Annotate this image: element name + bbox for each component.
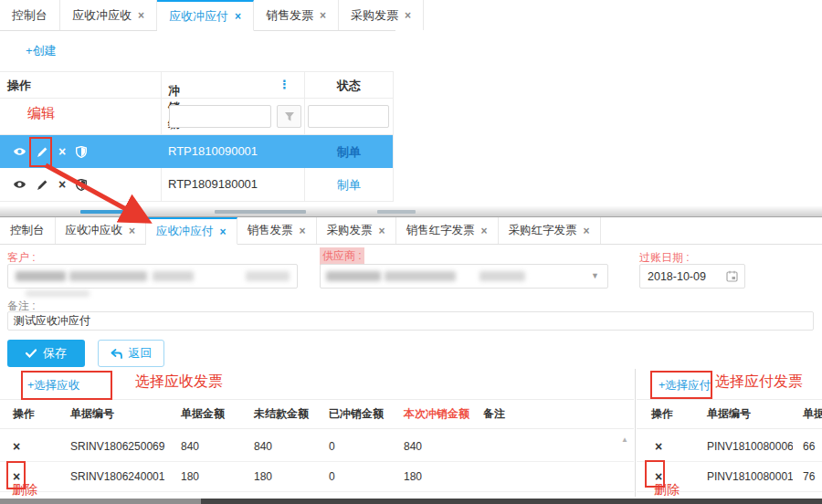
table-row-selected[interactable]: × RTP1810090001 制单 xyxy=(0,135,393,168)
scrollbar-thumb[interactable] xyxy=(201,499,822,504)
tab-sales-invoice[interactable]: 销售发票× xyxy=(237,217,317,244)
plus-icon: + xyxy=(26,44,33,58)
table-row[interactable]: × RTP1809180001 制单 xyxy=(0,168,393,202)
status-badge: 制单 xyxy=(304,144,394,161)
delete-row-icon[interactable]: × xyxy=(0,440,60,453)
annotation-box-select-payable xyxy=(650,371,712,399)
col-current-writeoff: 本次冲销金额 xyxy=(394,406,473,422)
receivable-table-header: 操作 单据编号 单据金额 未结款金额 已冲销金额 本次冲销金额 备注 xyxy=(0,399,634,429)
bottom-tab-bar: 控制台 应收冲应收× 应收冲应付× 销售发票× 采购发票× 销售红字发票× 采购… xyxy=(0,217,822,245)
amount: 76 xyxy=(793,470,822,483)
tab-console[interactable]: 控制台 xyxy=(0,0,60,30)
scroll-up-icon[interactable]: ▲ xyxy=(621,436,628,444)
close-icon[interactable]: × xyxy=(300,226,306,236)
posting-date-input[interactable]: 2018-10-09 xyxy=(639,264,745,289)
annotation-select-receivable: 选择应收发票 xyxy=(135,373,223,392)
tab-ar-vs-ap[interactable]: 应收冲应付× xyxy=(146,217,237,245)
tab-sales-red-invoice[interactable]: 销售红字发票× xyxy=(396,217,499,244)
col-action: 操作 xyxy=(637,406,697,422)
col-amount: 单据金额 xyxy=(171,406,244,422)
payable-table-header: 操作 单据编号 单据金额 xyxy=(637,399,822,429)
amount: 840 xyxy=(171,440,244,453)
col-doc-no: 单据编号 xyxy=(697,406,793,422)
tab-purchase-red-invoice[interactable]: 采购红字发票× xyxy=(499,217,601,244)
sort-caret-icon: ▼ xyxy=(168,83,175,91)
calendar-icon[interactable] xyxy=(726,270,738,282)
back-button[interactable]: 返回 xyxy=(98,340,164,367)
check-icon xyxy=(26,349,37,358)
edit-icon[interactable] xyxy=(37,179,48,191)
col-status: 状态 xyxy=(304,78,394,94)
annotation-box-edit-icon xyxy=(29,137,52,167)
doc-no: SRINV1806240001 xyxy=(60,470,171,483)
close-icon[interactable]: × xyxy=(235,11,241,22)
tab-ar-vs-ar[interactable]: 应收冲应收× xyxy=(60,0,157,30)
strip-segment xyxy=(80,210,137,214)
top-tab-bar: 控制台 应收冲应收× 应收冲应付× 销售发票× 采购发票× xyxy=(0,0,395,31)
col-remark: 备注 xyxy=(473,406,633,422)
redacted-text xyxy=(16,271,66,281)
tab-ar-vs-ar[interactable]: 应收冲应收× xyxy=(56,217,147,244)
docno-filter-input[interactable] xyxy=(169,105,271,128)
cancel-icon[interactable]: × xyxy=(58,145,66,158)
tab-purchase-invoice[interactable]: 采购发票× xyxy=(317,217,396,244)
close-icon[interactable]: × xyxy=(405,10,411,21)
remark-input[interactable]: 测试应收冲应付 xyxy=(7,311,814,331)
close-icon[interactable]: × xyxy=(129,226,135,236)
chevron-down-icon[interactable]: ▼ xyxy=(591,271,599,280)
table-row: × SRINV1806250069 840 840 0 840 xyxy=(0,432,634,462)
annotation-edit-label: 编辑 xyxy=(27,105,55,122)
amount: 66 xyxy=(793,440,822,453)
close-icon[interactable]: × xyxy=(379,226,385,236)
redacted-text xyxy=(69,271,147,281)
close-icon[interactable]: × xyxy=(220,226,227,237)
strip-segment xyxy=(215,210,306,214)
supplier-label: 供应商 : xyxy=(320,247,364,265)
close-icon[interactable]: × xyxy=(138,10,144,21)
close-icon[interactable]: × xyxy=(584,226,590,236)
horizontal-scrollbar[interactable] xyxy=(0,499,822,504)
close-icon[interactable]: × xyxy=(320,10,326,21)
cancel-icon[interactable]: × xyxy=(58,178,66,191)
tab-label: 销售发票 xyxy=(266,7,313,24)
status-filter-input[interactable] xyxy=(308,105,389,128)
current-writeoff[interactable]: 840 xyxy=(394,440,473,453)
filter-funnel-button[interactable] xyxy=(277,105,301,128)
view-icon[interactable] xyxy=(13,146,26,157)
customer-field[interactable] xyxy=(7,264,298,289)
close-icon[interactable]: × xyxy=(481,226,488,236)
col-open-amount: 未结款金额 xyxy=(244,406,319,422)
shield-icon[interactable] xyxy=(76,179,87,191)
status-badge: 制单 xyxy=(304,177,394,194)
col-action: 操作 xyxy=(7,78,31,94)
receivable-invoice-table: 操作 单据编号 单据金额 未结款金额 已冲销金额 本次冲销金额 备注 × SRI… xyxy=(0,399,634,492)
open-amount: 840 xyxy=(244,440,319,453)
current-writeoff[interactable]: 180 xyxy=(394,470,473,483)
tab-purchase-invoice[interactable]: 采购发票× xyxy=(339,0,424,30)
tab-ar-vs-ap[interactable]: 应收冲应付× xyxy=(157,0,254,31)
doc-no: PINV1810080001 xyxy=(697,470,793,483)
table-row: × SRINV1806240001 180 180 0 180 xyxy=(0,462,634,492)
screenshot-stage: 控制台 应收冲应收× 应收冲应付× 销售发票× 采购发票× +创建 操作 冲销编… xyxy=(0,0,822,504)
open-amount: 180 xyxy=(244,470,319,483)
tab-label: 采购发票 xyxy=(351,7,398,24)
window-edge-strip xyxy=(0,206,822,217)
save-button[interactable]: 保存 xyxy=(7,340,85,367)
delete-row-icon[interactable]: × xyxy=(637,440,697,453)
supplier-select[interactable]: ▼ xyxy=(320,264,608,289)
shield-icon[interactable] xyxy=(76,146,87,158)
tab-label: 应收冲应收 xyxy=(72,7,132,24)
redacted-text xyxy=(26,290,90,297)
writeoff-table: 操作 冲销编号 ▼ ⋮ 状态 × RTP1810090001 xyxy=(0,71,394,202)
annotation-box-select-receivable xyxy=(21,371,112,400)
view-icon[interactable] xyxy=(13,179,26,190)
column-menu-icon[interactable]: ⋮ xyxy=(279,78,290,91)
writeoff-filter-row xyxy=(0,99,393,135)
remark-value: 测试应收冲应付 xyxy=(14,313,90,329)
tab-label: 控制台 xyxy=(12,7,47,24)
redacted-text xyxy=(246,271,290,281)
top-window: 控制台 应收冲应收× 应收冲应付× 销售发票× 采购发票× +创建 操作 冲销编… xyxy=(0,0,395,206)
tab-sales-invoice[interactable]: 销售发票× xyxy=(254,0,339,30)
tab-console[interactable]: 控制台 xyxy=(0,217,56,244)
create-button[interactable]: +创建 xyxy=(26,43,57,59)
